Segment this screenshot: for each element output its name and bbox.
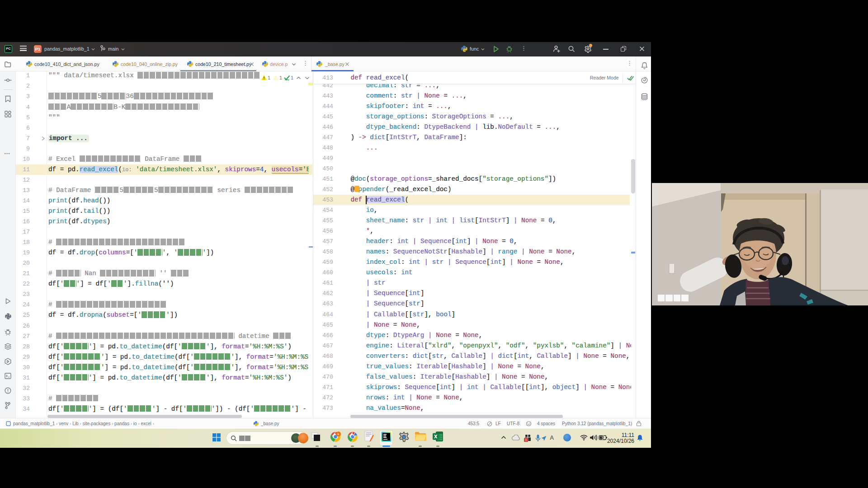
svg-text:1: 1 [525,438,527,442]
